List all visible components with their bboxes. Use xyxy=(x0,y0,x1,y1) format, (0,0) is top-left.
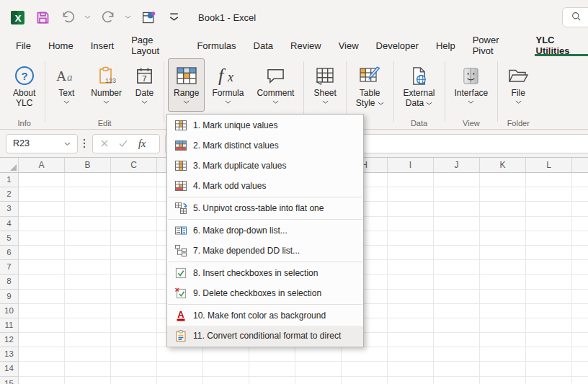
cell[interactable] xyxy=(111,173,157,187)
cell[interactable] xyxy=(526,187,572,202)
cell[interactable] xyxy=(434,318,480,333)
cell[interactable] xyxy=(480,246,526,260)
cell[interactable] xyxy=(249,347,295,362)
cell[interactable] xyxy=(572,304,588,318)
cell[interactable] xyxy=(111,217,157,231)
cell[interactable] xyxy=(111,260,157,274)
cell[interactable] xyxy=(19,290,65,304)
cell[interactable] xyxy=(572,333,588,347)
cell[interactable] xyxy=(111,304,157,318)
name-box[interactable]: R23 xyxy=(6,134,78,153)
cell[interactable] xyxy=(19,187,65,202)
cell[interactable] xyxy=(65,231,111,246)
cell[interactable] xyxy=(572,377,588,384)
cell[interactable] xyxy=(19,304,65,318)
cell[interactable] xyxy=(434,217,480,231)
cell[interactable] xyxy=(572,274,588,289)
menu-item-7[interactable]: 7. Make depended DD list... xyxy=(167,241,363,261)
cell[interactable] xyxy=(526,173,572,187)
menu-item-3[interactable]: 3. Mark duplicate values xyxy=(167,156,363,176)
cell[interactable] xyxy=(388,246,434,260)
cell[interactable] xyxy=(480,217,526,231)
cell[interactable] xyxy=(111,231,157,246)
row-header-5[interactable]: 5 xyxy=(0,231,19,246)
qat-customize-icon[interactable] xyxy=(165,9,182,26)
cell[interactable] xyxy=(111,318,157,333)
cell[interactable] xyxy=(572,217,588,231)
cell[interactable] xyxy=(480,274,526,289)
cell[interactable] xyxy=(65,362,111,376)
cell[interactable] xyxy=(157,377,203,384)
cell[interactable] xyxy=(526,274,572,289)
ribbon-button-formula[interactable]: fxFormula xyxy=(206,58,249,112)
cell[interactable] xyxy=(19,246,65,260)
menu-item-1[interactable]: 1. Mark unique values xyxy=(167,115,363,135)
cell[interactable] xyxy=(388,274,434,289)
excel-logo-icon[interactable]: X xyxy=(9,9,26,26)
cell[interactable] xyxy=(388,333,434,347)
cell[interactable] xyxy=(572,318,588,333)
cell[interactable] xyxy=(434,347,480,362)
cell[interactable] xyxy=(572,202,588,216)
cell[interactable] xyxy=(526,347,572,362)
tab-formulas[interactable]: Formulas xyxy=(195,35,237,56)
row-header-8[interactable]: 8 xyxy=(0,274,19,289)
tab-view[interactable]: View xyxy=(337,35,360,56)
cell[interactable] xyxy=(434,231,480,246)
row-header-9[interactable]: 9 xyxy=(0,290,19,304)
cell[interactable] xyxy=(65,246,111,260)
cell[interactable] xyxy=(65,333,111,347)
cancel-icon[interactable] xyxy=(100,139,109,148)
cell[interactable] xyxy=(111,377,157,384)
cell[interactable] xyxy=(19,260,65,274)
row-header-13[interactable]: 13 xyxy=(0,347,19,362)
cell[interactable] xyxy=(342,362,388,376)
column-header-j[interactable]: J xyxy=(434,158,480,172)
ribbon-button-number[interactable]: 123Number xyxy=(85,58,128,112)
ribbon-button-comment[interactable]: Comment xyxy=(251,58,300,112)
cell[interactable] xyxy=(388,173,434,187)
search-button[interactable] xyxy=(562,7,588,27)
cell[interactable] xyxy=(572,347,588,362)
redo-icon[interactable] xyxy=(99,9,117,26)
cell[interactable] xyxy=(19,333,65,347)
cell[interactable] xyxy=(203,347,249,362)
tab-data[interactable]: Data xyxy=(252,35,275,56)
cell[interactable] xyxy=(65,347,111,362)
cell[interactable] xyxy=(526,318,572,333)
row-header-7[interactable]: 7 xyxy=(0,260,19,274)
cell[interactable] xyxy=(295,362,342,376)
row-header-3[interactable]: 3 xyxy=(0,202,19,216)
menu-item-9[interactable]: 9. Delete checkboxes in selection xyxy=(167,283,363,303)
save-icon[interactable] xyxy=(34,9,51,26)
cell[interactable] xyxy=(19,173,65,187)
ribbon-button-table-style[interactable]: TableStyle xyxy=(350,58,390,112)
ribbon-button-text[interactable]: AaText xyxy=(49,58,84,112)
column-header-k[interactable]: K xyxy=(480,158,526,172)
column-header-b[interactable]: B xyxy=(65,158,111,172)
cell[interactable] xyxy=(526,202,572,216)
cell[interactable] xyxy=(111,187,157,202)
cell[interactable] xyxy=(65,173,111,187)
cell[interactable] xyxy=(157,347,203,362)
tab-power-pivot[interactable]: Power Pivot xyxy=(471,35,520,56)
ribbon-button-sheet[interactable]: Sheet xyxy=(308,58,342,112)
column-header-partial[interactable] xyxy=(572,158,588,172)
row-header-11[interactable]: 11 xyxy=(0,318,19,333)
cell[interactable] xyxy=(388,347,434,362)
cell[interactable] xyxy=(249,377,295,384)
cell[interactable] xyxy=(434,246,480,260)
cell[interactable] xyxy=(526,290,572,304)
cell[interactable] xyxy=(572,246,588,260)
cell[interactable] xyxy=(388,202,434,216)
cell[interactable] xyxy=(434,290,480,304)
cell[interactable] xyxy=(480,187,526,202)
menu-item-11[interactable]: 11. Convert conditional format to direct xyxy=(167,326,363,346)
row-header-15[interactable]: 15 xyxy=(0,377,19,384)
cell[interactable] xyxy=(342,377,388,384)
cell[interactable] xyxy=(295,347,342,362)
menu-item-2[interactable]: 2. Mark distinct values xyxy=(167,135,363,156)
cell[interactable] xyxy=(572,187,588,202)
tab-review[interactable]: Review xyxy=(289,35,323,56)
cell[interactable] xyxy=(526,260,572,274)
